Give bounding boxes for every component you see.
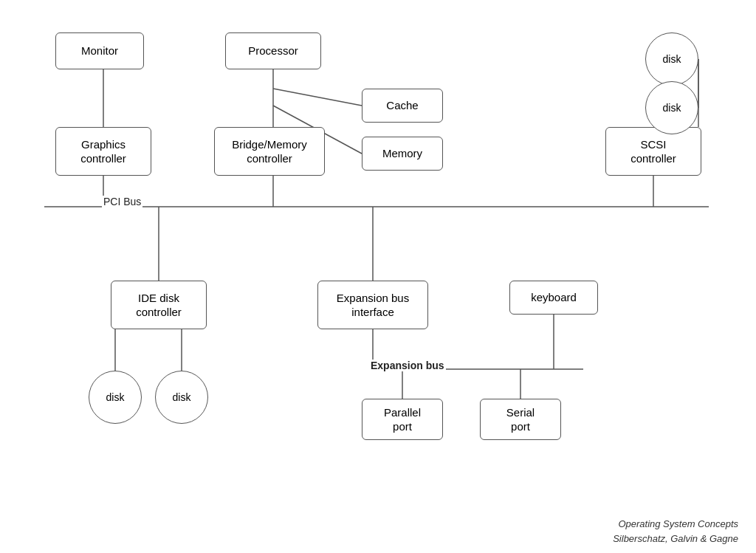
scsi-controller-label: SCSIcontroller [630, 137, 676, 166]
processor-box: Processor [225, 32, 321, 69]
expansion-bus-interface-box: Expansion businterface [317, 281, 428, 329]
pci-bus-label: PCI Bus [102, 196, 142, 207]
ide-disk-controller-box: IDE diskcontroller [111, 281, 207, 329]
memory-label: Memory [382, 146, 422, 161]
disk-scsi2-label: disk [663, 102, 681, 114]
bridge-memory-label: Bridge/Memorycontroller [232, 137, 307, 166]
connection-lines [0, 0, 756, 553]
ide-disk-controller-label: IDE diskcontroller [136, 291, 182, 320]
scsi-controller-box: SCSIcontroller [605, 127, 701, 176]
caption: Operating System Concepts Silberschatz, … [561, 517, 738, 546]
parallel-port-box: Parallelport [362, 399, 443, 440]
disk-scsi1-label: disk [663, 53, 681, 65]
disk-scsi1-circle: disk [645, 32, 698, 86]
serial-port-label: Serialport [506, 405, 535, 434]
svg-line-3 [273, 89, 362, 106]
monitor-label: Monitor [81, 44, 118, 58]
memory-box: Memory [362, 137, 443, 171]
disk-ide2-label: disk [173, 391, 191, 403]
graphics-controller-box: Graphicscontroller [55, 127, 151, 176]
caption-line1: Operating System Concepts [618, 518, 738, 529]
disk-ide1-circle: disk [89, 371, 142, 424]
graphics-controller-label: Graphicscontroller [80, 137, 126, 166]
serial-port-box: Serialport [480, 399, 561, 440]
cache-box: Cache [362, 89, 443, 123]
disk-scsi2-circle: disk [645, 81, 698, 134]
keyboard-box: keyboard [509, 281, 598, 315]
disk-ide1-label: disk [106, 391, 125, 403]
diagram: Monitor Graphicscontroller Processor Bri… [0, 0, 756, 553]
cache-label: Cache [386, 98, 418, 113]
monitor-box: Monitor [55, 32, 144, 69]
expansion-bus-label: Expansion bus [369, 360, 446, 371]
processor-label: Processor [248, 44, 298, 58]
keyboard-label: keyboard [531, 290, 577, 305]
caption-line2: Silberschatz, Galvin & Gagne [613, 533, 738, 544]
expansion-bus-interface-label: Expansion businterface [337, 291, 409, 320]
bridge-memory-box: Bridge/Memorycontroller [214, 127, 325, 176]
parallel-port-label: Parallelport [384, 405, 421, 434]
disk-ide2-circle: disk [155, 371, 208, 424]
